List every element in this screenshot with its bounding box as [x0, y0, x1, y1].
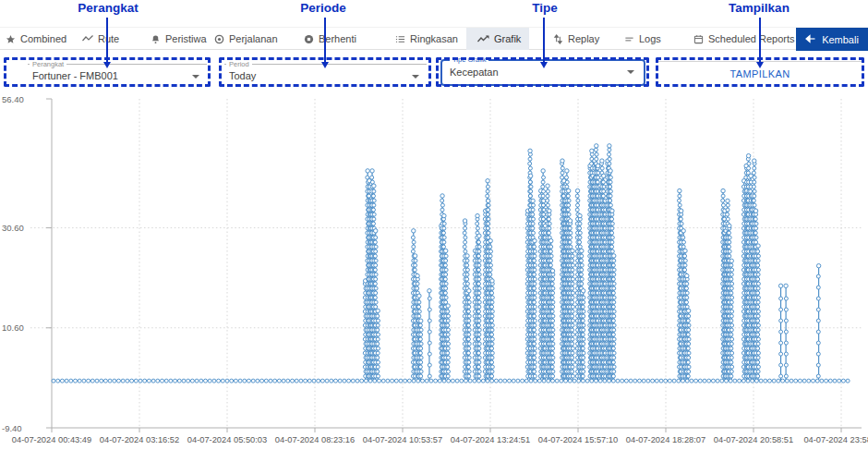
annotation-label-tampilkan: Tampilkan	[729, 1, 790, 15]
dropdown-caret-icon	[412, 75, 419, 79]
calendar-icon	[693, 34, 704, 44]
chart-type-select-label: Tipe Grafik	[450, 55, 488, 64]
list-icon	[395, 34, 405, 44]
tab-rute[interactable]: Rute	[78, 28, 123, 50]
tab-grafik[interactable]: Grafik	[466, 28, 529, 50]
report-tabbar: Combined Rute Peristiwa Perjalanan Berhe…	[0, 27, 868, 50]
tab-scheduled-reports[interactable]: Scheduled Reports	[690, 28, 799, 50]
chart-type-select-value: Kecepatan	[450, 67, 499, 78]
svg-text:04-07-2024 20:58:51: 04-07-2024 20:58:51	[714, 435, 793, 444]
svg-text:04-07-2024 10:53:57: 04-07-2024 10:53:57	[363, 435, 442, 444]
svg-text:04-07-2024 08:23:16: 04-07-2024 08:23:16	[275, 435, 355, 444]
svg-text:04-07-2024 23:58:4: 04-07-2024 23:58:4	[803, 435, 868, 444]
tab-berhenti[interactable]: Berhenti	[300, 28, 360, 50]
tab-ringkasan[interactable]: Ringkasan	[392, 28, 462, 50]
swap-vert-icon	[553, 34, 563, 44]
kembali-back-button[interactable]: Kembali	[796, 28, 868, 51]
annotation-label-perangkat: Perangkat	[78, 1, 138, 15]
svg-text:04-07-2024 05:50:03: 04-07-2024 05:50:03	[187, 435, 267, 444]
device-select-value: Fortuner - FMB001	[32, 70, 118, 81]
svg-text:04-07-2024 15:57:10: 04-07-2024 15:57:10	[538, 435, 618, 444]
stop-circle-icon	[304, 34, 314, 44]
speed-chart-svg: 56.4030.6010.60-9.4004-07-2024 00:43:490…	[0, 90, 868, 450]
speed-chart: 56.4030.6010.60-9.4004-07-2024 00:43:490…	[0, 90, 868, 450]
svg-text:04-07-2024 03:16:52: 04-07-2024 03:16:52	[100, 435, 179, 444]
annotation-label-tipe: Tipe	[532, 1, 558, 15]
tab-combined[interactable]: Combined	[2, 28, 70, 50]
bell-icon	[151, 34, 161, 44]
svg-text:10.60: 10.60	[2, 322, 24, 333]
trip-circle-icon	[214, 34, 224, 44]
svg-text:30.60: 30.60	[2, 223, 24, 233]
tab-peristiwa[interactable]: Peristiwa	[147, 28, 211, 50]
route-line-icon	[82, 34, 93, 43]
annotation-arrow-periode	[324, 18, 326, 62]
arrow-left-icon	[805, 34, 816, 45]
logs-icon	[624, 34, 634, 44]
tab-logs[interactable]: Logs	[621, 28, 665, 50]
svg-text:04-07-2024 18:28:07: 04-07-2024 18:28:07	[626, 435, 705, 444]
svg-text:-9.40: -9.40	[2, 423, 22, 433]
svg-text:04-07-2024 13:24:51: 04-07-2024 13:24:51	[451, 435, 530, 444]
star-icon	[6, 34, 16, 44]
annotation-arrow-tipe	[543, 18, 545, 62]
svg-text:04-07-2024 00:43:49: 04-07-2024 00:43:49	[12, 435, 91, 444]
dropdown-caret-icon	[192, 75, 199, 79]
annotation-label-periode: Periode	[300, 1, 346, 15]
device-select[interactable]: Perangkat Fortuner - FMB001	[28, 64, 207, 88]
period-select-value: Today	[229, 70, 256, 81]
tab-perjalanan[interactable]: Perjalanan	[211, 28, 282, 50]
device-select-label: Perangkat	[30, 60, 66, 68]
svg-text:56.40: 56.40	[2, 94, 24, 104]
tracking-report-page: Perangkat Periode Tipe Tampilkan Combine…	[0, 0, 868, 450]
chart-trend-icon	[477, 34, 489, 44]
annotation-arrow-tampilkan	[759, 18, 761, 62]
annotation-arrow-perangkat	[106, 18, 108, 62]
period-select-label: Period	[226, 60, 252, 68]
dropdown-caret-icon	[627, 70, 634, 74]
tab-replay[interactable]: Replay	[549, 28, 603, 50]
